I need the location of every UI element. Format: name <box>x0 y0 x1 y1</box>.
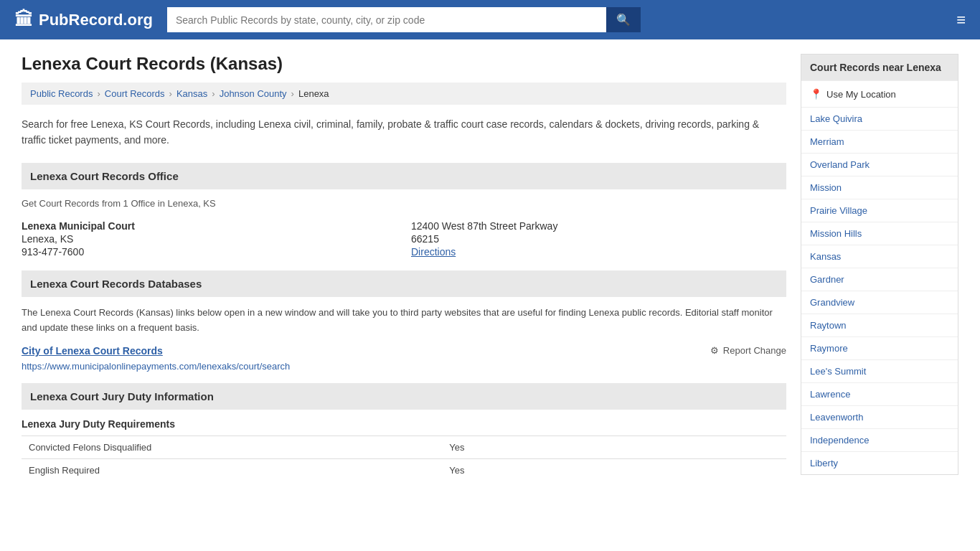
directions-link[interactable]: Directions <box>411 246 456 258</box>
sidebar-link-lees-summit[interactable]: Lee's Summit <box>810 366 866 377</box>
page-description: Search for free Lenexa, KS Court Records… <box>22 116 786 149</box>
sidebar-title: Court Records near Lenexa <box>801 55 958 80</box>
search-icon: 🔍 <box>616 14 631 26</box>
main-container: Lenexa Court Records (Kansas) Public Rec… <box>0 39 980 496</box>
office-subtitle: Get Court Records from 1 Office in Lenex… <box>22 198 786 209</box>
sidebar-item-merriam[interactable]: Merriam <box>801 130 958 153</box>
breadcrumb-sep-3: › <box>212 88 215 99</box>
sidebar-link-grandview[interactable]: Grandview <box>810 297 854 308</box>
database-link-row: City of Lenexa Court Records ⚙ Report Ch… <box>22 345 786 357</box>
database-description: The Lenexa Court Records (Kansas) links … <box>22 306 786 336</box>
sidebar-box: Court Records near Lenexa 📍 Use My Locat… <box>801 54 958 475</box>
sidebar-item-leavenworth[interactable]: Leavenworth <box>801 405 958 428</box>
sidebar-link-lake-quivira[interactable]: Lake Quivira <box>810 113 862 124</box>
breadcrumb-public-records[interactable]: Public Records <box>30 88 93 99</box>
search-input[interactable] <box>167 7 606 32</box>
sidebar-item-mission-hills[interactable]: Mission Hills <box>801 222 958 245</box>
office-zip: 66215 <box>411 233 786 245</box>
logo-text: PubRecord.org <box>39 11 153 29</box>
database-link-title[interactable]: City of Lenexa Court Records <box>22 345 163 357</box>
sidebar-item-raymore[interactable]: Raymore <box>801 336 958 359</box>
use-location-label: Use My Location <box>826 89 896 100</box>
sidebar-item-prairie-village[interactable]: Prairie Village <box>801 199 958 222</box>
breadcrumb-sep-2: › <box>169 88 172 99</box>
breadcrumb-lenexa: Lenexa <box>298 88 329 99</box>
content-area: Lenexa Court Records (Kansas) Public Rec… <box>22 54 786 481</box>
sidebar-item-raytown[interactable]: Raytown <box>801 314 958 336</box>
jury-row-1-label: Convicted Felons Disqualified <box>22 436 442 459</box>
office-address: 12400 West 87th Street Parkway <box>411 220 786 232</box>
sidebar-item-mission[interactable]: Mission <box>801 176 958 199</box>
pin-icon: 📍 <box>810 88 822 100</box>
sidebar-item-lawrence[interactable]: Lawrence <box>801 382 958 405</box>
sidebar-link-leavenworth[interactable]: Leavenworth <box>810 412 863 423</box>
sidebar-item-kansas[interactable]: Kansas <box>801 245 958 268</box>
sidebar-item-independence[interactable]: Independence <box>801 428 958 451</box>
office-detail: Lenexa Municipal Court Lenexa, KS 913-47… <box>22 219 786 259</box>
sidebar-link-mission[interactable]: Mission <box>810 182 842 193</box>
use-my-location[interactable]: 📍 Use My Location <box>801 80 958 107</box>
jury-row-2-label: English Required <box>22 459 442 482</box>
sidebar-link-gardner[interactable]: Gardner <box>810 274 844 285</box>
sidebar-link-raytown[interactable]: Raytown <box>810 320 847 331</box>
office-right: 12400 West 87th Street Parkway 66215 Dir… <box>411 219 786 259</box>
logo-icon: 🏛 <box>14 9 33 31</box>
sidebar-link-liberty[interactable]: Liberty <box>810 458 838 468</box>
table-row: Convicted Felons Disqualified Yes <box>22 436 786 459</box>
search-button[interactable]: 🔍 <box>606 7 641 32</box>
breadcrumb-kansas[interactable]: Kansas <box>176 88 207 99</box>
office-city-state: Lenexa, KS <box>22 233 397 245</box>
office-phone: 913-477-7600 <box>22 246 397 258</box>
sidebar-link-kansas[interactable]: Kansas <box>810 251 841 262</box>
jury-row-2-value: Yes <box>442 459 786 482</box>
breadcrumb-court-records[interactable]: Court Records <box>105 88 165 99</box>
report-change-button[interactable]: ⚙ Report Change <box>710 345 786 356</box>
office-section-header: Lenexa Court Records Office <box>22 163 786 189</box>
office-left: Lenexa Municipal Court Lenexa, KS 913-47… <box>22 219 397 259</box>
sidebar-item-lees-summit[interactable]: Lee's Summit <box>801 359 958 382</box>
office-name: Lenexa Municipal Court <box>22 220 397 232</box>
sidebar-link-prairie-village[interactable]: Prairie Village <box>810 205 867 216</box>
breadcrumb-sep-1: › <box>97 88 100 99</box>
menu-button[interactable]: ≡ <box>956 11 966 29</box>
sidebar-item-lake-quivira[interactable]: Lake Quivira <box>801 107 958 130</box>
sidebar-link-lawrence[interactable]: Lawrence <box>810 389 850 400</box>
jury-section-header: Lenexa Court Jury Duty Information <box>22 383 786 410</box>
hamburger-icon: ≡ <box>956 11 966 29</box>
sidebar-link-independence[interactable]: Independence <box>810 435 869 446</box>
sidebar-item-liberty[interactable]: Liberty <box>801 451 958 474</box>
jury-row-1-value: Yes <box>442 436 786 459</box>
sidebar-item-overland-park[interactable]: Overland Park <box>801 153 958 176</box>
database-section-header: Lenexa Court Records Databases <box>22 270 786 297</box>
jury-subtitle: Lenexa Jury Duty Requirements <box>22 418 786 430</box>
site-header: 🏛 PubRecord.org 🔍 ≡ <box>0 0 980 39</box>
jury-table: Convicted Felons Disqualified Yes Englis… <box>22 435 786 481</box>
search-form: 🔍 <box>167 7 641 32</box>
sidebar-link-merriam[interactable]: Merriam <box>810 136 844 147</box>
sidebar-item-grandview[interactable]: Grandview <box>801 291 958 314</box>
breadcrumb: Public Records › Court Records › Kansas … <box>22 83 786 105</box>
sidebar-link-overland-park[interactable]: Overland Park <box>810 159 870 170</box>
sidebar: Court Records near Lenexa 📍 Use My Locat… <box>801 54 958 481</box>
report-change-icon: ⚙ <box>710 345 719 356</box>
database-url: https://www.municipalonlinepayments.com/… <box>22 361 786 372</box>
breadcrumb-johnson-county[interactable]: Johnson County <box>220 88 287 99</box>
breadcrumb-sep-4: › <box>291 88 294 99</box>
sidebar-link-mission-hills[interactable]: Mission Hills <box>810 228 862 239</box>
site-logo[interactable]: 🏛 PubRecord.org <box>14 9 153 31</box>
report-change-label: Report Change <box>723 345 786 356</box>
sidebar-link-raymore[interactable]: Raymore <box>810 343 848 354</box>
table-row: English Required Yes <box>22 459 786 482</box>
page-title: Lenexa Court Records (Kansas) <box>22 54 786 74</box>
sidebar-item-gardner[interactable]: Gardner <box>801 268 958 291</box>
